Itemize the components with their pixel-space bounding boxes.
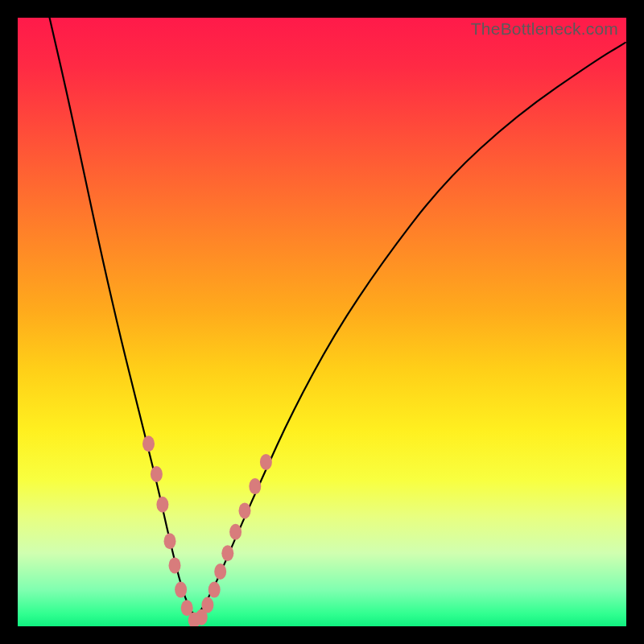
curve-marker bbox=[156, 497, 168, 513]
curve-marker bbox=[175, 582, 187, 598]
bottleneck-curve bbox=[48, 18, 626, 614]
marker-group bbox=[142, 436, 272, 626]
chart-svg bbox=[18, 18, 626, 626]
curve-marker bbox=[151, 466, 163, 482]
curve-marker bbox=[260, 454, 272, 470]
curve-marker bbox=[229, 524, 242, 540]
curve-marker bbox=[214, 564, 226, 580]
curve-marker bbox=[221, 545, 233, 561]
curve-marker bbox=[208, 582, 221, 598]
curve-marker bbox=[201, 597, 213, 613]
chart-frame: TheBottleneck.com bbox=[0, 0, 644, 644]
curve-marker bbox=[239, 502, 251, 518]
curve-marker bbox=[164, 533, 176, 549]
curve-marker bbox=[169, 557, 181, 573]
curve-marker bbox=[142, 436, 155, 452]
plot-area: TheBottleneck.com bbox=[18, 18, 626, 626]
curve-marker bbox=[249, 478, 261, 494]
